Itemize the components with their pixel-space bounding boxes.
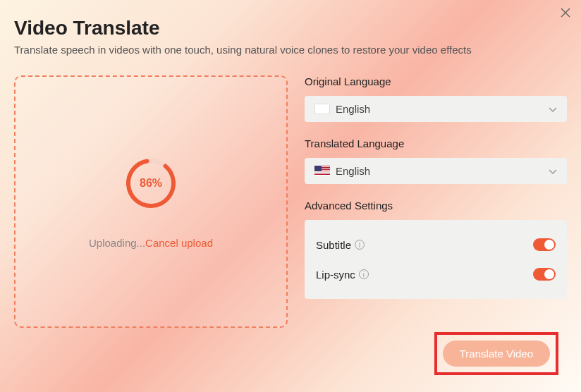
page-title: Video Translate [14,17,567,39]
info-icon[interactable]: i [359,269,369,279]
subtitle-label-text: Subtitle [316,239,351,251]
subtitle-toggle[interactable] [533,238,556,251]
upload-status: Uploading...Cancel upload [89,237,213,249]
flag-icon [314,104,330,114]
page-subtitle: Translate speech in videos with one touc… [14,44,567,56]
translated-language-select[interactable]: English [305,158,567,184]
upload-progress-text: 86% [140,177,162,190]
settings-panel: Original Language English Translated Lan… [305,75,567,328]
advanced-settings-label: Advanced Settings [305,200,567,212]
original-language-select[interactable]: English [305,96,567,122]
subtitle-label: Subtitle i [316,239,365,251]
cancel-upload-link[interactable]: Cancel upload [145,237,213,249]
upload-progress-ring: 86% [123,155,179,212]
primary-action-highlight: Translate Video [434,332,558,375]
info-icon[interactable]: i [355,240,365,250]
translated-language-label: Translated Language [305,137,567,149]
subtitle-row: Subtitle i [316,234,556,255]
lipsync-toggle[interactable] [533,268,556,281]
lipsync-label: Lip-sync i [316,269,369,281]
translated-language-value: English [336,165,543,177]
upload-status-text: Uploading... [89,237,145,249]
advanced-settings-box: Subtitle i Lip-sync i [305,220,567,299]
translate-video-button[interactable]: Translate Video [443,341,550,367]
lipsync-row: Lip-sync i [316,264,556,285]
header: Video Translate Translate speech in vide… [0,0,581,61]
chevron-down-icon [549,104,557,115]
lipsync-label-text: Lip-sync [316,269,355,281]
upload-dropzone[interactable]: 86% Uploading...Cancel upload [14,75,288,328]
original-language-label: Original Language [305,75,567,87]
close-icon[interactable] [558,6,573,20]
flag-us-icon [314,166,330,176]
original-language-value: English [336,103,543,115]
chevron-down-icon [549,166,557,177]
